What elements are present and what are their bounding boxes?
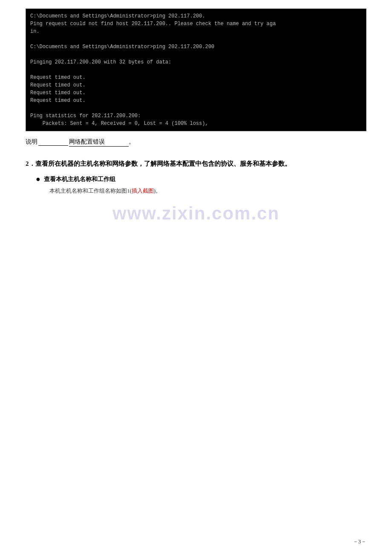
bullet-content-suffix: )。 (154, 188, 161, 194)
section2-number: 2 (26, 160, 29, 167)
subsection-1: ● 查看本机主机名称和工作组 本机主机名称和工作组名称如图1(插入截图)。 (36, 176, 366, 195)
bullet-item-1: ● 查看本机主机名称和工作组 (36, 176, 366, 184)
description-line: 说明 网络配置错误 。 (26, 138, 366, 147)
desc-answer: 网络配置错误 (69, 138, 129, 147)
desc-label: 说明 (26, 138, 37, 146)
bullet-dot-icon: ● (36, 175, 40, 184)
bullet-content-prefix: 本机主机名称和工作组名称如图1( (49, 188, 132, 194)
desc-blank-before (38, 138, 68, 146)
section2-text: 查看所在机器的主机名称和网络参数，了解网络基本配置中包含的协议、服务和基本参数。 (35, 160, 291, 167)
section2-dot: ． (29, 160, 35, 167)
terminal-output: C:\Documents and Settings\Administrator>… (26, 9, 366, 131)
desc-period: 。 (129, 138, 135, 146)
page-number: －3－ (353, 538, 367, 545)
watermark: www.zixin.com.cn (26, 203, 366, 224)
bullet-content-1: 本机主机名称和工作组名称如图1(插入截图)。 (49, 187, 366, 195)
insert-link[interactable]: 插入截图 (132, 188, 154, 194)
bullet-title-1: 查看本机主机名称和工作组 (44, 176, 115, 183)
section2-header: 2．查看所在机器的主机名称和网络参数，了解网络基本配置中包含的协议、服务和基本参… (26, 159, 366, 169)
